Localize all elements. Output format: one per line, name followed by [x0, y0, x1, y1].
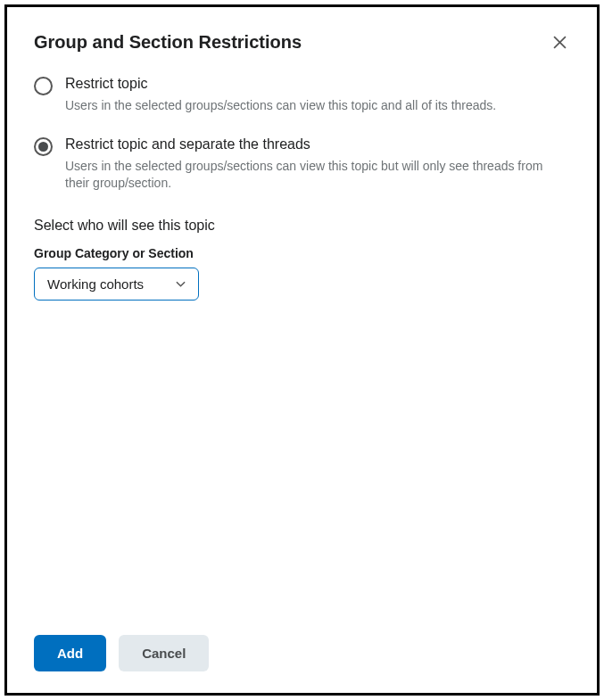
- select-who-label: Select who will see this topic: [34, 218, 570, 234]
- dialog-content: Restrict topic Users in the selected gro…: [34, 76, 570, 635]
- close-icon: [553, 36, 567, 49]
- radio-input-restrict-topic[interactable]: [34, 77, 53, 95]
- radio-label: Restrict topic and separate the threads: [65, 136, 570, 152]
- radio-option-restrict-separate[interactable]: Restrict topic and separate the threads …: [34, 136, 570, 193]
- dialog-footer: Add Cancel: [34, 635, 570, 671]
- dialog-title: Group and Section Restrictions: [34, 32, 302, 53]
- radio-description: Users in the selected groups/sections ca…: [65, 97, 570, 115]
- cancel-button[interactable]: Cancel: [119, 635, 209, 671]
- close-button[interactable]: [550, 34, 570, 51]
- dropdown-selected-value: Working cohorts: [47, 276, 144, 292]
- chevron-down-icon: [176, 281, 186, 287]
- add-button[interactable]: Add: [34, 635, 106, 671]
- radio-description: Users in the selected groups/sections ca…: [65, 158, 570, 193]
- radio-label: Restrict topic: [65, 76, 570, 92]
- group-category-dropdown[interactable]: Working cohorts: [34, 268, 199, 301]
- dialog-container: Group and Section Restrictions Restrict …: [4, 4, 600, 696]
- dialog-header: Group and Section Restrictions: [34, 32, 570, 53]
- radio-text-container: Restrict topic Users in the selected gro…: [65, 76, 570, 115]
- radio-option-restrict-topic[interactable]: Restrict topic Users in the selected gro…: [34, 76, 570, 115]
- radio-text-container: Restrict topic and separate the threads …: [65, 136, 570, 193]
- radio-input-restrict-separate[interactable]: [34, 137, 53, 156]
- group-category-field-label: Group Category or Section: [34, 246, 570, 260]
- restriction-radio-group: Restrict topic Users in the selected gro…: [34, 76, 570, 193]
